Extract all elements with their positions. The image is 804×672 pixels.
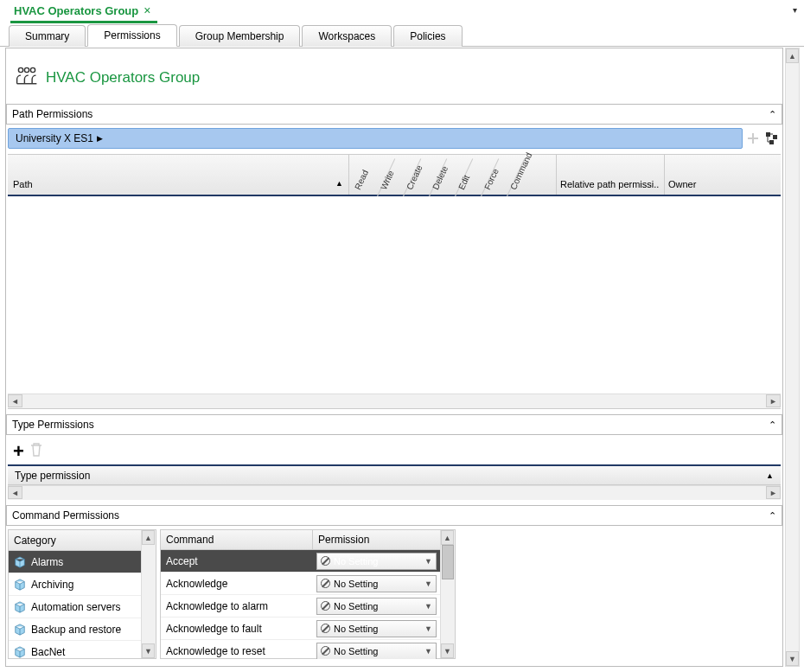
category-item[interactable]: Automation servers (9, 596, 141, 618)
category-item-label: Alarms (31, 556, 63, 568)
vertical-scrollbar[interactable]: ▲ ▼ (440, 530, 455, 658)
command-name: Acknowledge (161, 578, 313, 590)
tab-overflow-dropdown[interactable]: ▾ (793, 5, 797, 15)
command-row[interactable]: Accept No Setting ▼ (161, 550, 440, 573)
path-permissions-grid (8, 196, 781, 394)
cube-icon (14, 646, 26, 658)
vertical-scrollbar[interactable]: ▲ ▼ (785, 48, 800, 667)
chevron-down-icon: ▼ (424, 579, 432, 588)
tab-group-membership[interactable]: Group Membership (179, 25, 301, 47)
delete-type-button[interactable] (29, 442, 43, 461)
permission-select[interactable]: No Setting ▼ (316, 643, 437, 660)
column-owner[interactable]: Owner (665, 155, 781, 195)
section-label: Path Permissions (12, 108, 93, 120)
section-path-permissions[interactable]: Path Permissions ⌃ (6, 104, 782, 125)
cube-icon (14, 556, 26, 568)
command-row[interactable]: Acknowledge to fault No Setting ▼ (161, 618, 440, 640)
column-command[interactable]: Command (508, 151, 533, 191)
scroll-up-icon[interactable]: ▲ (441, 530, 454, 545)
section-label: Command Permissions (12, 509, 119, 522)
column-edit[interactable]: Edit (456, 174, 471, 191)
chevron-up-icon[interactable]: ⌃ (769, 109, 776, 120)
chevron-up-icon[interactable]: ⌃ (769, 510, 776, 522)
command-name: Accept (161, 555, 313, 567)
svg-rect-3 (766, 132, 770, 137)
no-setting-icon (321, 624, 330, 633)
chevron-down-icon: ▼ (424, 624, 432, 633)
column-command[interactable]: Command (161, 530, 313, 549)
chevron-right-icon: ▶ (97, 134, 103, 143)
tab-workspaces[interactable]: Workspaces (302, 25, 392, 47)
category-item[interactable]: Alarms (9, 551, 141, 573)
column-force[interactable]: Force (482, 167, 501, 191)
scroll-down-icon[interactable]: ▼ (441, 643, 454, 658)
permission-value: No Setting (334, 601, 378, 611)
section-command-permissions[interactable]: Command Permissions ⌃ (6, 505, 782, 526)
permission-value: No Setting (334, 624, 378, 634)
tab-permissions[interactable]: Permissions (87, 24, 176, 47)
document-tab-title: HVAC Operators Group (14, 4, 138, 17)
add-path-button[interactable] (744, 130, 762, 147)
svg-point-2 (30, 67, 35, 72)
scroll-left-icon[interactable]: ◄ (8, 486, 22, 499)
category-item-label: Archiving (31, 579, 73, 591)
command-name: Acknowledge to fault (161, 623, 313, 635)
column-write[interactable]: Write (379, 169, 396, 191)
category-item[interactable]: Archiving (9, 573, 141, 596)
cube-icon (14, 624, 26, 636)
close-icon[interactable]: × (144, 3, 150, 17)
horizontal-scrollbar[interactable]: ◄ ► (8, 394, 781, 408)
permission-select[interactable]: No Setting ▼ (316, 575, 437, 592)
svg-point-1 (24, 67, 29, 72)
category-item[interactable]: BacNet (9, 641, 141, 658)
permission-value: No Setting (334, 579, 378, 589)
permission-select[interactable]: No Setting ▼ (316, 598, 437, 615)
sub-tab-strip: Summary Permissions Group Membership Wor… (0, 24, 804, 47)
column-category[interactable]: Category (9, 530, 141, 551)
scrollbar-thumb[interactable] (442, 545, 454, 579)
command-row[interactable]: Acknowledge to alarm No Setting ▼ (161, 595, 440, 618)
chevron-up-icon[interactable]: ⌃ (769, 419, 776, 431)
sort-indicator-icon: ▲ (766, 471, 774, 480)
permission-select[interactable]: No Setting ▼ (316, 620, 437, 637)
column-delete[interactable]: Delete (431, 164, 450, 191)
document-tab[interactable]: HVAC Operators Group × (10, 0, 157, 23)
horizontal-scrollbar[interactable]: ◄ ► (8, 485, 781, 500)
path-breadcrumb-text: University X ES1 (16, 132, 93, 144)
scroll-down-icon[interactable]: ▼ (786, 651, 799, 666)
svg-point-0 (18, 67, 22, 72)
scroll-up-icon[interactable]: ▲ (786, 48, 799, 63)
chevron-down-icon: ▼ (424, 647, 432, 656)
scroll-left-icon[interactable]: ◄ (8, 394, 22, 407)
page-title: HVAC Operators Group (46, 69, 200, 86)
permission-select[interactable]: No Setting ▼ (316, 553, 437, 570)
add-type-button[interactable]: + (13, 440, 24, 463)
column-permission[interactable]: Permission (313, 530, 440, 549)
path-breadcrumb[interactable]: University X ES1 ▶ (8, 128, 743, 149)
section-label: Type Permissions (12, 419, 94, 431)
command-name: Acknowledge to reset (161, 645, 313, 657)
tab-policies[interactable]: Policies (393, 25, 462, 47)
no-setting-icon (321, 556, 330, 566)
scroll-right-icon[interactable]: ► (766, 394, 781, 407)
scroll-right-icon[interactable]: ► (766, 486, 781, 499)
command-row[interactable]: Acknowledge to reset No Setting ▼ (161, 640, 440, 659)
chevron-down-icon: ▼ (424, 557, 432, 566)
vertical-scrollbar[interactable]: ▲ ▼ (141, 530, 156, 658)
tab-summary[interactable]: Summary (9, 25, 86, 47)
column-type-permission[interactable]: Type permission ▲ (8, 464, 781, 485)
section-type-permissions[interactable]: Type Permissions ⌃ (6, 414, 782, 435)
column-relative-path[interactable]: Relative path permissi.. (557, 155, 665, 195)
category-item-label: Automation servers (31, 601, 120, 613)
column-create[interactable]: Create (405, 163, 424, 191)
column-path[interactable]: Path ▲ (8, 155, 349, 195)
command-row[interactable]: Acknowledge No Setting ▼ (161, 573, 440, 595)
scroll-up-icon[interactable]: ▲ (142, 530, 155, 545)
permission-value: No Setting (334, 646, 378, 656)
tree-view-button[interactable] (763, 130, 781, 147)
sort-indicator-icon: ▲ (335, 179, 343, 188)
category-item[interactable]: Backup and restore (9, 618, 141, 641)
category-item-label: Backup and restore (31, 624, 121, 636)
column-read[interactable]: Read (353, 169, 370, 191)
scroll-down-icon[interactable]: ▼ (142, 643, 155, 658)
